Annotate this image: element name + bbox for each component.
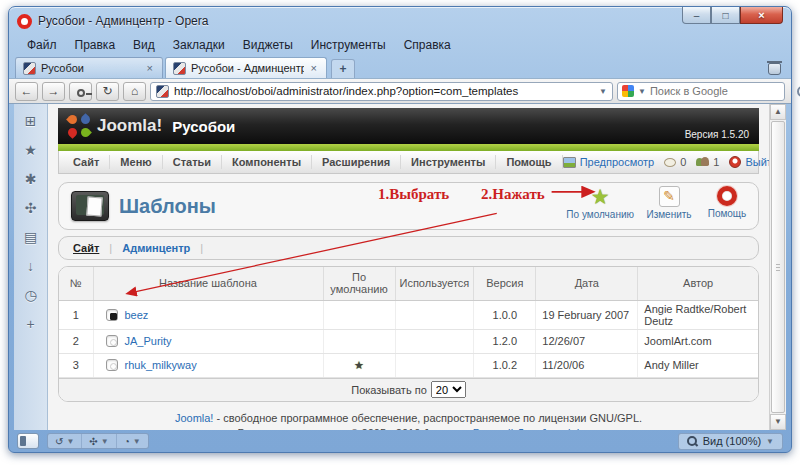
table-row: 1beez1.0.019 February 2007Angie Radtke/R…: [59, 300, 758, 329]
unite-icon[interactable]: ✣: [22, 199, 40, 217]
table-row: 3rhuk_milkyway★1.0.211/20/06Andy Miller: [59, 353, 758, 377]
users-indicator[interactable]: 1: [696, 156, 719, 168]
dropdown-caret-icon: ▼: [66, 437, 74, 446]
forward-button[interactable]: →: [42, 82, 65, 101]
menu-Инструменты[interactable]: Инструменты: [303, 37, 394, 53]
history-icon[interactable]: ◷: [22, 286, 40, 304]
unite-menu[interactable]: ✣▼: [82, 434, 116, 448]
page-size-select[interactable]: 20: [431, 381, 466, 398]
menu-Справка[interactable]: Справка: [396, 37, 459, 53]
logout-link[interactable]: Выйти: [729, 156, 769, 168]
admin-menu-Статьи[interactable]: Статьи: [163, 155, 222, 169]
widgets-icon[interactable]: ✱: [22, 170, 40, 188]
admin-content: Шаблоны ★По умолчанию✎ИзменитьПомощь Сай…: [58, 174, 759, 430]
rewind-button[interactable]: [69, 82, 92, 101]
template-link[interactable]: beez: [125, 309, 149, 321]
preview-link[interactable]: Предпросмотр: [563, 156, 655, 168]
search-box[interactable]: ▼: [617, 82, 785, 101]
default-button[interactable]: ★По умолчанию: [566, 186, 634, 220]
joomla-header: Joomla! Русобои Версия 1.5.20: [58, 108, 759, 144]
reload-button[interactable]: ↻: [96, 82, 119, 101]
back-button[interactable]: ←: [15, 82, 38, 101]
close-button[interactable]: ×: [740, 7, 783, 24]
scroll-down-icon[interactable]: ▼: [770, 414, 786, 430]
date-cell: 11/20/06: [536, 353, 638, 377]
zoom-control[interactable]: Вид (100%) ▼: [678, 433, 783, 450]
joomru-link[interactable]: Русский Дом Joomla!: [473, 427, 580, 431]
search-icon[interactable]: [796, 85, 800, 98]
template-link[interactable]: JA_Purity: [125, 335, 172, 347]
sync-menu[interactable]: ↺▼: [48, 434, 82, 448]
help-button[interactable]: Помощь: [704, 186, 750, 220]
search-input[interactable]: [650, 85, 792, 97]
menu-Правка[interactable]: Правка: [67, 37, 124, 53]
minimize-button[interactable]: –: [682, 7, 711, 24]
menu-Виджеты[interactable]: Виджеты: [235, 37, 301, 53]
speed-dial-icon[interactable]: ⊞: [22, 112, 40, 130]
tab-close-icon[interactable]: ×: [309, 62, 319, 74]
tab-Русобои - Админцентр[interactable]: Русобои - Админцентр×: [165, 57, 327, 78]
menu-Файл[interactable]: Файл: [19, 37, 65, 53]
row-number: 2: [59, 329, 93, 353]
footer-line-1: Joomla! - свободное программное обеспече…: [58, 411, 759, 426]
notes-icon[interactable]: ▤: [22, 228, 40, 246]
view-tab-Админцентр[interactable]: Админцентр: [122, 242, 190, 254]
add-panel-icon[interactable]: +: [22, 315, 40, 333]
admin-menu-Меню[interactable]: Меню: [110, 155, 162, 169]
new-tab-button[interactable]: +: [331, 59, 355, 78]
template-name-cell: rhuk_milkyway: [93, 353, 323, 377]
zoom-icon: [687, 436, 698, 447]
address-dropdown-icon[interactable]: ▼: [599, 87, 607, 96]
title-bar[interactable]: Русобои - Админцентр - Opera – □ ×: [9, 7, 791, 35]
toolbar-label: По умолчанию: [566, 209, 634, 220]
downloads-icon[interactable]: ↓: [22, 257, 40, 275]
admin-menu-Компоненты[interactable]: Компоненты: [222, 155, 312, 169]
used-cell: [395, 353, 474, 377]
messages-indicator[interactable]: 0: [664, 156, 686, 168]
table-row: 2JA_Purity1.2.012/26/07JoomlArt.com: [59, 329, 758, 353]
templates-icon: [71, 191, 109, 221]
date-cell: 19 February 2007: [536, 300, 638, 329]
version-cell: 1.2.0: [474, 329, 536, 353]
scroll-up-icon[interactable]: ▲: [770, 104, 786, 120]
default-star-cell: ★: [323, 353, 395, 377]
scrollbar-thumb[interactable]: [771, 121, 785, 413]
google-icon: [622, 85, 634, 97]
search-engine-dropdown-icon[interactable]: ▼: [638, 87, 646, 96]
vertical-scrollbar[interactable]: ▲ ▼: [769, 104, 786, 430]
used-cell: [395, 329, 474, 353]
admin-menu-Расширения[interactable]: Расширения: [312, 155, 401, 169]
edit-button[interactable]: ✎Изменить: [646, 186, 692, 220]
menu-Закладки[interactable]: Закладки: [165, 37, 233, 53]
version-label: Версия 1.5.20: [685, 129, 749, 140]
joomla-logo: Joomla!: [68, 115, 162, 137]
template-link[interactable]: rhuk_milkyway: [125, 359, 197, 371]
view-tab-Сайт[interactable]: Сайт: [73, 242, 99, 254]
template-radio[interactable]: [106, 359, 118, 371]
admin-menu-Сайт[interactable]: Сайт: [63, 155, 110, 169]
templates-table-panel: №Название шаблонаПо умолчаниюИспользуетс…: [58, 266, 759, 402]
author-cell: Angie Radtke/Robert Deutz: [638, 300, 758, 329]
template-radio[interactable]: [106, 335, 118, 347]
turbo-menu[interactable]: ◔▼: [117, 434, 148, 448]
default-star-cell: [323, 329, 395, 353]
address-input[interactable]: [174, 85, 594, 97]
menu-Вид[interactable]: Вид: [125, 37, 163, 53]
home-button[interactable]: ⌂: [123, 82, 146, 101]
template-radio[interactable]: [106, 309, 118, 321]
zoom-label: Вид (100%): [703, 435, 761, 447]
closed-tabs-trash-icon[interactable]: [768, 63, 781, 75]
address-bar[interactable]: ▼: [150, 82, 613, 101]
joomla-link[interactable]: Joomla!: [175, 412, 214, 424]
users-icon: [696, 157, 709, 167]
version-cell: 1.0.0: [474, 300, 536, 329]
bookmarks-icon[interactable]: ★: [22, 141, 40, 159]
admin-menu-Инструменты[interactable]: Инструменты: [401, 155, 496, 169]
maximize-button[interactable]: □: [711, 7, 740, 24]
tab-Русобои[interactable]: Русобои×: [15, 57, 163, 78]
joomla-logo-text: Joomla!: [97, 116, 162, 136]
tab-close-icon[interactable]: ×: [145, 62, 155, 74]
status-bar: ↺▼✣▼◔▼ Вид (100%) ▼: [9, 430, 791, 452]
panel-toggle-button[interactable]: [17, 433, 39, 449]
admin-menu-Помощь[interactable]: Помощь: [496, 155, 562, 169]
